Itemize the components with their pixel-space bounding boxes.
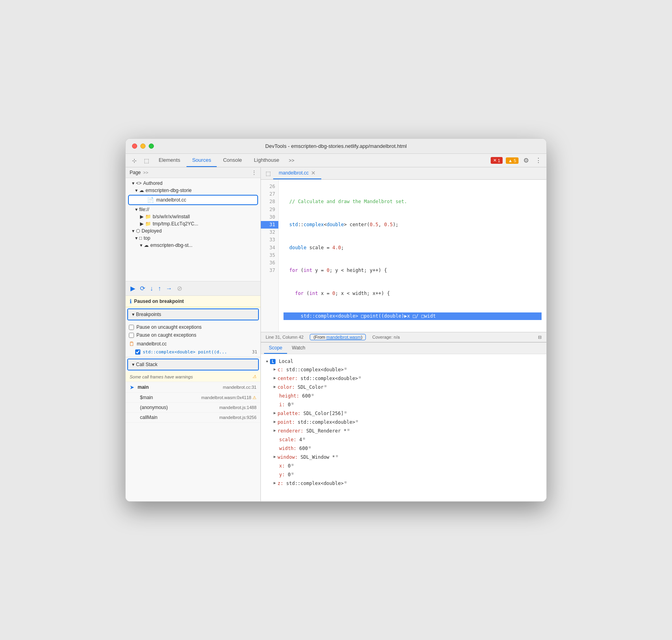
- call-frame-main[interactable]: ➤ main mandelbrot.cc:31: [126, 382, 260, 393]
- close-button[interactable]: [132, 144, 137, 149]
- tree-item-emscripten-cloud[interactable]: ▾ ☁ emscripten-dbg-storie: [126, 187, 260, 194]
- tab-lighthouse[interactable]: Lighthouse: [249, 154, 285, 167]
- cursor-icon[interactable]: ⊹: [129, 154, 140, 167]
- scope-item-y: y: 0 ⊞: [266, 470, 542, 479]
- scope-tab-scope[interactable]: Scope: [264, 343, 287, 354]
- scope-item-color[interactable]: ▶ color: SDL_Color ⊞: [266, 383, 542, 392]
- sidebar-header: Page >> ⋮: [126, 167, 260, 178]
- expand-icon[interactable]: ▶: [274, 454, 276, 460]
- pause-caught-checkbox[interactable]: [129, 333, 134, 338]
- cloud-icon: ☁: [144, 242, 149, 248]
- scope-item-c[interactable]: ▶ c: std::complex<double> ⊞: [266, 365, 542, 374]
- deactivate-button[interactable]: ⊘: [176, 284, 183, 293]
- drawer-icon[interactable]: ⊟: [538, 335, 542, 340]
- folder-icon: 📁: [145, 221, 151, 227]
- hexagon-icon: ⬡: [136, 228, 140, 234]
- minimize-button[interactable]: [140, 144, 146, 149]
- pause-caught-row[interactable]: Pause on caught exceptions: [129, 331, 257, 339]
- callstack-warning: Some call frames have warnings ⚠: [126, 372, 260, 382]
- close-tab-icon[interactable]: ✕: [311, 170, 316, 176]
- tab-console[interactable]: Console: [218, 154, 248, 167]
- scope-item-renderer[interactable]: ▶ renderer: SDL_Renderer * ⊞: [266, 427, 542, 435]
- more-options-icon[interactable]: ⋮: [534, 155, 543, 166]
- expand-icon[interactable]: ▶: [274, 366, 276, 372]
- bp-checkbox[interactable]: [135, 349, 140, 355]
- scope-item-width: width: 600 ⊞: [266, 444, 542, 453]
- window-title: DevTools - emscripten-dbg-stories.netlif…: [265, 143, 407, 149]
- arrow-icon: ▾: [135, 235, 138, 241]
- step-over-button[interactable]: ⟳: [139, 284, 146, 293]
- expand-icon[interactable]: ▶: [274, 410, 276, 416]
- paused-text: Paused on breakpoint: [134, 299, 184, 304]
- arrow-icon: ▾: [135, 207, 138, 212]
- line-num-35: 35: [261, 252, 278, 259]
- tree-item-authored[interactable]: ▾ <> Authored: [126, 180, 260, 187]
- breakpoints-header[interactable]: ▾ Breakpoints: [128, 309, 258, 320]
- sidebar-more-icon[interactable]: ⋮: [252, 170, 256, 175]
- callstack-label: Call Stack: [136, 362, 157, 367]
- line-num-29: 29: [261, 206, 278, 213]
- callstack-header[interactable]: ▾ Call Stack: [128, 359, 258, 370]
- device-icon[interactable]: ⬚: [141, 154, 152, 167]
- prop-name-height: height:: [279, 392, 299, 400]
- frame-name-main: main: [138, 384, 220, 390]
- bp-entry-row[interactable]: std::complex<double> point((d... 31: [129, 349, 257, 355]
- tab-overflow[interactable]: >>: [286, 155, 297, 166]
- frame-location-anonymous: mandelbrot.js:1488: [219, 405, 256, 410]
- call-frame-callmain[interactable]: callMain mandelbrot.js:9256: [126, 413, 260, 423]
- scope-item-window[interactable]: ▶ window: SDL_Window * ⊞: [266, 453, 542, 462]
- wasm-memory-icon: ⊞: [344, 366, 346, 372]
- prop-name-z: z:: [278, 480, 283, 487]
- pause-uncaught-label: Pause on uncaught exceptions: [136, 324, 202, 330]
- scope-item-center[interactable]: ▶ center: std::complex<double> ⊞: [266, 374, 542, 383]
- expand-icon[interactable]: ▶: [274, 419, 276, 425]
- tree-item-emscripten-deployed[interactable]: ▾ ☁ emscripten-dbg-st...: [126, 242, 260, 249]
- tree-item-tmp[interactable]: ▶ 📁 tmp/tmp.ELcTq2YC...: [126, 220, 260, 227]
- scope-label-l: L: [270, 359, 276, 364]
- scope-item-point[interactable]: ▶ point: std::complex<double> ⊞: [266, 418, 542, 427]
- wasm-memory-icon: ⊞: [303, 436, 305, 442]
- wasm-link[interactable]: mandelbrot.wasm: [326, 335, 361, 339]
- tree-item-deployed[interactable]: ▾ ⬡ Deployed: [126, 227, 260, 235]
- settings-icon[interactable]: ⚙: [522, 155, 530, 166]
- tree-label: file://: [139, 207, 149, 212]
- pause-uncaught-checkbox[interactable]: [129, 325, 134, 330]
- tree-item-mandelbrot-cc[interactable]: 📄 mandelbrot.cc: [128, 195, 258, 205]
- editor-tab-mandelbrot[interactable]: mandelbrot.cc ✕: [273, 167, 321, 179]
- tree-item-file[interactable]: ▾ file://: [126, 206, 260, 213]
- tree-item-bsw[interactable]: ▶ 📁 b/s/w/ir/x/w/install: [126, 213, 260, 220]
- scope-local-text: Local: [279, 359, 293, 364]
- toggle-sidebar-button[interactable]: ⬚: [263, 168, 273, 179]
- wasm-memory-icon: ⊞: [324, 384, 326, 389]
- step-button[interactable]: →: [165, 284, 173, 293]
- status-bar: Line 31, Column 42 (From mandelbrot.wasm…: [261, 332, 546, 342]
- call-frame-smain[interactable]: $main mandelbrot.wasm:0x4118 ⚠: [126, 393, 260, 403]
- content-area: ⬚ mandelbrot.cc ✕ 26 27 28 29 30 31 32 3…: [261, 167, 546, 501]
- tab-sources[interactable]: Sources: [186, 154, 217, 167]
- step-into-button[interactable]: ↓: [149, 284, 154, 293]
- frame-location-smain: mandelbrot.wasm:0x4118 ⚠: [201, 395, 256, 400]
- prop-value-c: std::complex<double>: [283, 366, 344, 373]
- call-frame-anonymous[interactable]: (anonymous) mandelbrot.js:1488: [126, 403, 260, 413]
- tree-item-top[interactable]: ▾ □ top: [126, 235, 260, 242]
- maximize-button[interactable]: [149, 144, 154, 149]
- scope-item-x: x: 0 ⊞: [266, 462, 542, 470]
- expand-icon[interactable]: ▶: [274, 427, 276, 433]
- sidebar-header-overflow[interactable]: >>: [143, 170, 148, 175]
- expand-icon[interactable]: ▶: [274, 480, 276, 486]
- wasm-memory-icon: ⊞: [344, 410, 346, 415]
- scope-tab-watch[interactable]: Watch: [287, 343, 310, 354]
- pause-uncaught-row[interactable]: Pause on uncaught exceptions: [129, 323, 257, 331]
- code-content[interactable]: // Calculate and draw the Mandelbrot set…: [279, 180, 546, 332]
- step-out-button[interactable]: ↑: [157, 284, 162, 293]
- scope-local-header[interactable]: ▾ L Local: [266, 357, 542, 365]
- scope-item-palette[interactable]: ▶ palette: SDL_Color[256] ⊞: [266, 409, 542, 418]
- prop-value-renderer: SDL_Renderer *: [303, 427, 346, 434]
- current-frame-arrow: ➤: [130, 384, 134, 390]
- tab-elements[interactable]: Elements: [153, 154, 186, 167]
- expand-icon[interactable]: ▶: [274, 375, 276, 381]
- expand-icon[interactable]: ▶: [274, 384, 276, 390]
- resume-button[interactable]: ▶: [130, 284, 136, 293]
- scope-item-z[interactable]: ▶ z: std::complex<double> ⊞: [266, 479, 542, 488]
- bottom-panel: Scope Watch ▾ L Local ▶ c: std: [261, 342, 546, 501]
